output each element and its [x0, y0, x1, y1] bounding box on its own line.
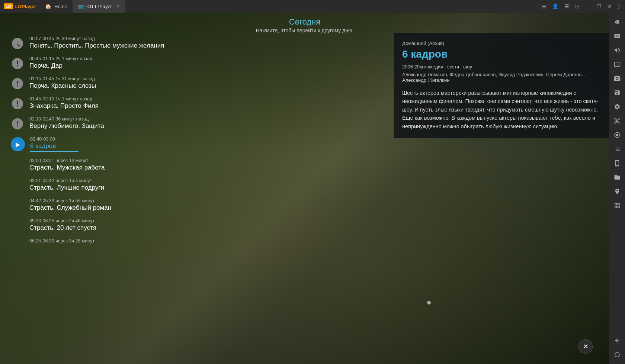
epg-info-2: 00:45-01:15 2ч 1 минут назад Порча. Дар [29, 56, 294, 70]
epg-time-10: 05:33-06:25 через 2ч 46 минут [29, 218, 294, 223]
content-area: Сегодня Нажмите, чтобы перейти к другому… [0, 13, 609, 364]
titlebar-hamburger[interactable]: ☰ [562, 2, 571, 11]
epg-time-11: 06:25-06:30 через 3ч 28 минут [29, 238, 294, 244]
history-icon-3 [11, 77, 24, 90]
info-channel: Домашний (Архив) [402, 41, 601, 46]
sidebar-volume-icon[interactable] [611, 44, 624, 57]
titlebar-icon-2[interactable]: 👤 [550, 2, 561, 11]
epg-item-7[interactable]: 03:00-03:51 через 13 минут Страсть. Мужс… [9, 155, 296, 175]
today-label[interactable]: Сегодня [0, 17, 609, 27]
epg-info-11: 06:25-06:30 через 3ч 28 минут [29, 238, 294, 244]
tab-ott[interactable]: 📺 OTT Player ✕ [73, 0, 125, 13]
sidebar-record-icon[interactable] [611, 129, 624, 141]
epg-time-5: 02:10-02:40 36 минут назад [29, 116, 294, 122]
sidebar-back-icon[interactable] [611, 334, 624, 347]
epg-time-1: 00:07-00:45 2ч 39 минут назад [29, 36, 294, 41]
epg-time-2: 00:45-01:15 2ч 1 минут назад [29, 56, 294, 61]
tab-bar: 🏠 Home 📺 OTT Player ✕ [40, 0, 536, 13]
sidebar-layout-icon[interactable] [611, 199, 624, 212]
info-title: 6 кадров [402, 48, 601, 60]
sidebar-phone-icon[interactable] [611, 157, 624, 170]
epg-info-7: 03:00-03:51 через 13 минут Страсть. Мужс… [29, 158, 294, 171]
titlebar-icon-1[interactable]: ⊟ [539, 2, 548, 11]
titlebar-close[interactable]: ✕ [605, 2, 614, 11]
info-meta: 2006 20м комедия · скетч · шоу [402, 64, 601, 70]
tab-home[interactable]: 🏠 Home [40, 0, 73, 13]
epg-title-3: Порча. Красные слезы [29, 82, 294, 90]
spacer-icon-7 [11, 159, 24, 172]
epg-info-10: 05:33-06:25 через 2ч 46 минут Страсть. 2… [29, 218, 294, 232]
epg-item-4[interactable]: 01:45-02:10 1ч 1 минут назад Знахарка. П… [9, 93, 296, 113]
epg-info-6: 02:40-03:00 6 кадров [30, 136, 294, 152]
epg-time-9: 04:42-05:33 через 1ч 55 минут [29, 198, 294, 203]
tab-home-label: Home [54, 4, 67, 9]
epg-item-5[interactable]: 02:10-02:40 36 минут назад Верну любимог… [9, 113, 296, 133]
titlebar-minimize[interactable]: — [583, 2, 593, 11]
info-panel: Домашний (Архив) 6 кадров 2006 20м комед… [394, 33, 609, 138]
epg-item-1[interactable]: 00:07-00:45 2ч 39 минут назад Понять. Пр… [9, 33, 296, 53]
epg-title-10: Страсть. 20 лет спустя [29, 224, 294, 232]
titlebar: LD LDPlayer 🏠 Home 📺 OTT Player ✕ ⊟ 👤 ☰ … [0, 0, 625, 13]
sidebar-folder-icon[interactable] [611, 171, 624, 184]
epg-item-9[interactable]: 04:42-05:33 через 1ч 55 минут Страсть. С… [9, 195, 296, 215]
epg-title-7: Страсть. Мужская работа [29, 164, 294, 171]
info-description: Шесть актеров мастерски разыгрывают мини… [402, 89, 601, 131]
info-cast: Александр Ломакин, Фёдор Добронравов, Эд… [402, 72, 601, 83]
svg-point-0 [615, 352, 619, 357]
home-icon: 🏠 [45, 3, 51, 9]
epg-time-3: 01:15-01:45 1ч 31 минут назад [29, 76, 294, 81]
ld-logo-abbr: LD [4, 3, 13, 9]
epg-info-4: 01:45-02:10 1ч 1 минут назад Знахарка. П… [29, 96, 294, 110]
tab-close-button[interactable]: ✕ [116, 4, 120, 9]
titlebar-controls: ⊟ 👤 ☰ ⊡ — ❐ ✕ ⟩ [536, 2, 625, 11]
sidebar-cut-icon[interactable] [611, 115, 624, 127]
titlebar-icon-3[interactable]: ⊡ [573, 2, 582, 11]
play-icon-6: ▶ [11, 137, 25, 151]
epg-title-2: Порча. Дар [29, 62, 294, 70]
ott-icon: 📺 [78, 3, 84, 9]
history-icon-4 [11, 97, 24, 110]
sidebar-keyboard-icon[interactable] [611, 30, 624, 42]
current-underline [30, 151, 78, 152]
spacer-icon-8 [11, 179, 24, 192]
epg-title-6: 6 кадров [30, 142, 294, 150]
epg-item-10[interactable]: 05:33-06:25 через 2ч 46 минут Страсть. 2… [9, 215, 296, 235]
epg-title-9: Страсть. Служебный роман [29, 204, 294, 212]
epg-item-2[interactable]: 00:45-01:15 2ч 1 минут назад Порча. Дар [9, 53, 296, 73]
sidebar-settings-icon[interactable] [611, 100, 624, 113]
epg-title-4: Знахарка. Просто Филя [29, 102, 294, 110]
main-content: Сегодня Нажмите, чтобы перейти к другому… [0, 13, 625, 364]
sidebar-gamepad-icon[interactable] [611, 16, 624, 28]
epg-item-8[interactable]: 03:51-04:42 через 1ч 4 минут Страсть. Лу… [9, 175, 296, 195]
epg-info-3: 01:15-01:45 1ч 31 минут назад Порча. Кра… [29, 76, 294, 90]
epg-item-11[interactable]: 06:25-06:30 через 3ч 28 минут [9, 235, 296, 255]
epg-time-4: 01:45-02:10 1ч 1 минут назад [29, 96, 294, 102]
sidebar-location-icon[interactable] [611, 185, 624, 198]
epg-info-1: 00:07-00:45 2ч 39 минут назад Понять. Пр… [29, 36, 294, 49]
epg-title-1: Понять. Простить. Простые мужские желани… [29, 42, 294, 49]
titlebar-expand[interactable]: ⟩ [616, 2, 622, 11]
ld-logo-text: LDPlayer [15, 4, 36, 9]
sidebar-save-icon[interactable] [611, 86, 624, 99]
sidebar-screen-icon[interactable] [611, 58, 624, 71]
epg-item-3[interactable]: 01:15-01:45 1ч 31 минут назад Порча. Кра… [9, 73, 296, 93]
history-icon-5 [11, 117, 24, 131]
sidebar-list-icon[interactable] [611, 143, 624, 155]
header-overlay: Сегодня Нажмите, чтобы перейти к другому… [0, 13, 609, 33]
right-sidebar [609, 13, 625, 364]
ld-logo[interactable]: LD LDPlayer [0, 3, 40, 9]
today-subtitle: Нажмите, чтобы перейти к другому дню. [0, 28, 609, 33]
epg-info-8: 03:51-04:42 через 1ч 4 минут Страсть. Лу… [29, 178, 294, 191]
sidebar-circle-icon[interactable] [611, 348, 624, 361]
epg-item-6[interactable]: ▶ 02:40-03:00 6 кадров [9, 133, 296, 155]
epg-time-6: 02:40-03:00 [30, 136, 294, 142]
spacer-icon-9 [11, 199, 24, 212]
epg-title-8: Страсть. Лучшие подруги [29, 184, 294, 191]
spacer-icon-11 [11, 239, 24, 252]
sidebar-camera-icon[interactable] [611, 72, 624, 85]
titlebar-maximize[interactable]: ❐ [594, 2, 604, 11]
close-panel-button[interactable]: ✕ [578, 339, 593, 354]
epg-time-8: 03:51-04:42 через 1ч 4 минут [29, 178, 294, 183]
epg-title-5: Верну любимого. Защита [29, 122, 294, 130]
epg-info-5: 02:10-02:40 36 минут назад Верну любимог… [29, 116, 294, 130]
